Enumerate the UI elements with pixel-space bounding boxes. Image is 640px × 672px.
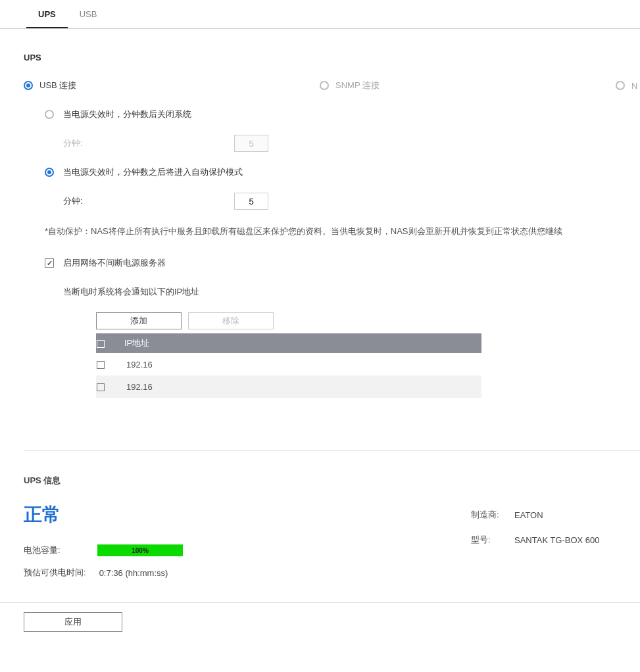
ups-status: 正常 — [24, 502, 471, 539]
estimated-time-label: 预估可供电时间: — [24, 567, 86, 579]
section-divider — [24, 450, 640, 451]
radio-usb-connection[interactable] — [24, 81, 33, 90]
radio-auto-protect-label: 当电源失效时，分钟数之后将进入自动保护模式 — [63, 166, 243, 178]
notify-ip-note: 当断电时系统将会通知以下的IP地址 — [45, 277, 640, 307]
radio-other-connection[interactable] — [616, 81, 625, 90]
model-label: 型号: — [471, 534, 503, 546]
ip-cell: 192.16 — [124, 353, 481, 375]
minutes-label-protect: 分钟: — [63, 195, 234, 207]
minutes-input-protect[interactable] — [234, 193, 268, 210]
minutes-input-shutdown[interactable] — [234, 135, 268, 152]
checkbox-enable-network-ups[interactable] — [45, 258, 54, 268]
ip-table: IP地址 192.16 192.16 — [96, 333, 481, 398]
radio-snmp-connection[interactable] — [320, 81, 329, 90]
remove-ip-button[interactable]: 移除 — [188, 312, 274, 329]
ip-column-header: IP地址 — [124, 333, 481, 353]
radio-snmp-connection-label: SNMP 连接 — [335, 80, 380, 91]
table-row[interactable]: 192.16 — [96, 353, 481, 375]
checkbox-enable-network-ups-label: 启用网络不间断电源服务器 — [63, 257, 166, 269]
radio-shutdown-after[interactable] — [45, 110, 54, 119]
connection-radio-group: USB 连接 SNMP 连接 N — [24, 80, 640, 91]
add-ip-button[interactable]: 添加 — [96, 312, 182, 329]
estimated-time-value: 0:7:36 (hh:mm:ss) — [99, 568, 168, 578]
table-row[interactable]: 192.16 — [96, 375, 481, 398]
minutes-label-shutdown: 分钟: — [63, 137, 234, 149]
radio-other-connection-label: N — [631, 81, 637, 91]
battery-bar: 100% — [97, 544, 183, 556]
radio-shutdown-after-label: 当电源失效时，分钟数后关闭系统 — [63, 108, 191, 120]
radio-usb-connection-label: USB 连接 — [39, 80, 76, 91]
apply-button[interactable]: 应用 — [24, 612, 122, 632]
model-value: SANTAK TG-BOX 600 — [514, 535, 600, 545]
tab-bar: UPS USB — [0, 0, 640, 29]
checkbox-row[interactable] — [97, 361, 105, 369]
ups-info-title: UPS 信息 — [24, 475, 640, 502]
manufacturer-value: EATON — [514, 510, 543, 520]
battery-label: 电池容量: — [24, 544, 84, 556]
section-title-ups: UPS — [24, 53, 640, 80]
radio-auto-protect[interactable] — [45, 168, 54, 177]
ip-cell: 192.16 — [124, 375, 481, 398]
manufacturer-label: 制造商: — [471, 509, 503, 521]
checkbox-row[interactable] — [97, 383, 105, 391]
tab-usb[interactable]: USB — [68, 0, 109, 28]
tab-ups[interactable]: UPS — [26, 0, 68, 28]
auto-protect-note: *自动保护：NAS将停止所有执行中服务且卸载所有磁盘区来保护您的资料。当供电恢复… — [45, 216, 640, 249]
ip-table-header: IP地址 — [96, 333, 481, 353]
checkbox-select-all[interactable] — [97, 340, 105, 348]
